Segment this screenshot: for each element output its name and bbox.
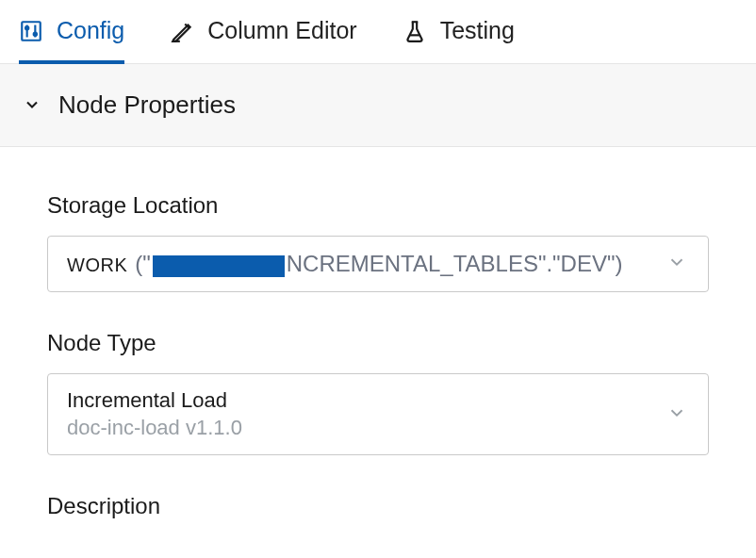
node-type-label: Node Type	[47, 330, 709, 356]
node-type-select[interactable]: Incremental Load doc-inc-load v1.1.0	[47, 373, 709, 455]
svg-point-4	[34, 32, 37, 35]
storage-location-label: Storage Location	[47, 192, 709, 219]
node-type-value: Incremental Load doc-inc-load v1.1.0	[67, 387, 242, 441]
sliders-icon	[19, 19, 43, 43]
node-type-main: Incremental Load	[67, 387, 242, 415]
node-type-sub: doc-inc-load v1.1.0	[67, 415, 242, 442]
field-storage-location: Storage Location WORK ("NCREMENTAL_TABLE…	[47, 192, 709, 292]
tab-column-editor-label: Column Editor	[207, 17, 356, 44]
tab-column-editor[interactable]: Column Editor	[170, 17, 356, 63]
redacted-block	[153, 255, 285, 277]
tab-config-label: Config	[57, 17, 124, 44]
svg-rect-0	[22, 22, 41, 41]
description-label: Description	[47, 493, 709, 519]
chevron-down-icon	[23, 95, 41, 118]
tabs-bar: Config Column Editor Testing	[0, 0, 756, 64]
storage-location-prefix: WORK	[67, 254, 127, 276]
storage-location-select[interactable]: WORK ("NCREMENTAL_TABLES"."DEV")	[47, 236, 709, 292]
field-description: Description	[47, 493, 709, 519]
section-title: Node Properties	[58, 90, 236, 120]
storage-location-path: ("NCREMENTAL_TABLES"."DEV")	[135, 251, 622, 278]
chevron-down-icon	[666, 402, 687, 427]
tab-testing-label: Testing	[440, 17, 515, 44]
tab-testing[interactable]: Testing	[403, 17, 515, 63]
storage-location-value: WORK ("NCREMENTAL_TABLES"."DEV")	[67, 251, 622, 278]
flask-icon	[403, 19, 427, 43]
section-header-node-properties[interactable]: Node Properties	[0, 64, 756, 147]
section-body: Storage Location WORK ("NCREMENTAL_TABLE…	[0, 147, 756, 519]
chevron-down-icon	[666, 252, 687, 276]
field-node-type: Node Type Incremental Load doc-inc-load …	[47, 330, 709, 455]
tab-config[interactable]: Config	[19, 17, 124, 63]
svg-point-2	[25, 26, 28, 29]
pencil-icon	[170, 19, 194, 43]
